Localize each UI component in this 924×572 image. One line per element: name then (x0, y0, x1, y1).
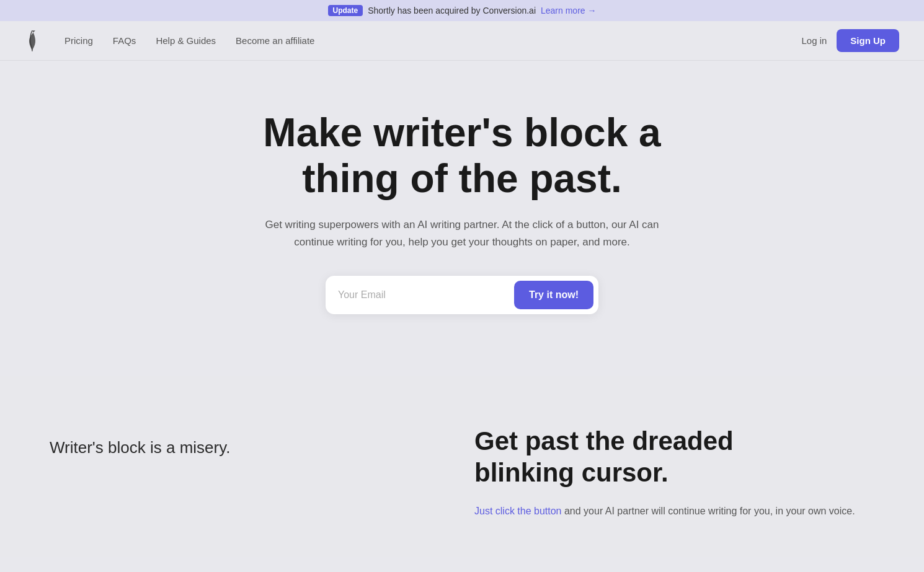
lower-section: Writer's block is a misery. Get past the… (0, 376, 924, 557)
update-badge: Update (328, 5, 363, 16)
right-subtext: Just click the button and your AI partne… (474, 503, 874, 519)
hero-description: Get writing superpowers with an AI writi… (251, 216, 673, 251)
hero-headline: Make writer's block a thing of the past. (245, 110, 679, 201)
email-input[interactable] (338, 284, 514, 306)
nav-help[interactable]: Help & Guides (156, 35, 216, 46)
nav-links: Pricing FAQs Help & Guides Become an aff… (64, 35, 801, 46)
main-nav: Pricing FAQs Help & Guides Become an aff… (0, 21, 924, 61)
hero-section: Make writer's block a thing of the past.… (0, 61, 924, 376)
nav-affiliate[interactable]: Become an affiliate (236, 35, 314, 46)
email-form: Try it now! (326, 276, 598, 314)
nav-pricing[interactable]: Pricing (64, 35, 93, 46)
learn-more-link[interactable]: Learn more → (541, 6, 596, 15)
nav-logo[interactable] (25, 29, 40, 53)
right-column: Get past the dreaded blinking cursor. Ju… (474, 426, 874, 519)
announcement-bar: Update Shortly has been acquired by Conv… (0, 0, 924, 21)
login-link[interactable]: Log in (801, 35, 827, 46)
announcement-text: Shortly has been acquired by Conversion.… (368, 6, 536, 15)
writers-block-label: Writer's block is a misery. (50, 426, 450, 457)
logo-icon (25, 29, 40, 53)
signup-button[interactable]: Sign Up (837, 29, 899, 52)
nav-faqs[interactable]: FAQs (113, 35, 136, 46)
left-column: Writer's block is a misery. (50, 426, 450, 457)
try-button[interactable]: Try it now! (514, 281, 593, 309)
right-heading: Get past the dreaded blinking cursor. (474, 426, 874, 488)
nav-actions: Log in Sign Up (801, 29, 899, 52)
